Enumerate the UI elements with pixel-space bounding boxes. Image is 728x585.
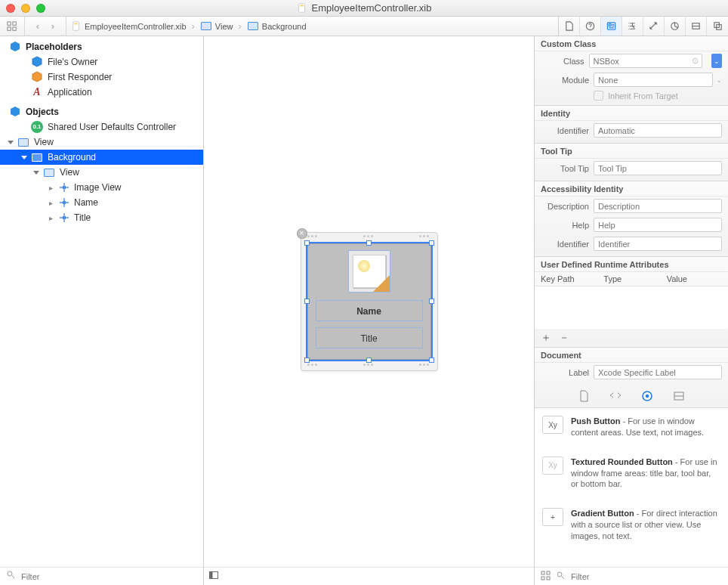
svg-rect-3 — [13, 21, 16, 24]
crumb-background-label: Background — [262, 22, 307, 31]
library-item-push-button[interactable]: Xy Push Button - For use in window conte… — [535, 408, 728, 449]
disclosure-triangle-icon[interactable]: ▸ — [47, 199, 54, 207]
crumb-separator-icon: › — [236, 20, 244, 32]
outline-filter-input[interactable] — [21, 572, 197, 581]
title-label[interactable]: Title — [316, 327, 423, 348]
inherit-label: Inherit From Target — [608, 91, 678, 101]
class-field[interactable] — [589, 54, 702, 68]
bindings-inspector-tab[interactable] — [686, 17, 707, 36]
application-icon: A — [31, 86, 43, 98]
class-dropdown-button[interactable]: ⌄ — [711, 54, 722, 68]
zoom-window-button[interactable] — [36, 4, 45, 13]
application-label: Application — [48, 87, 92, 98]
disclosure-triangle-icon[interactable]: ▸ — [47, 184, 54, 192]
background-nsbox[interactable]: Name Title — [307, 243, 431, 360]
constraint-icon — [59, 182, 69, 193]
effects-inspector-tab[interactable] — [707, 17, 728, 36]
media-library-tab[interactable] — [672, 389, 686, 403]
svg-rect-27 — [547, 577, 550, 580]
document-outline: Placeholders File's Owner First Responde… — [0, 36, 204, 585]
object-library[interactable]: Xy Push Button - For use in window conte… — [535, 408, 728, 567]
outline-first-responder[interactable]: First Responder — [0, 70, 203, 85]
toggle-outline-button[interactable] — [208, 570, 219, 583]
udra-section: User Defined Runtime Attributes Key Path… — [535, 257, 728, 348]
size-inspector-tab[interactable] — [643, 17, 665, 36]
filter-icon — [556, 571, 566, 583]
library-filter-input[interactable] — [571, 572, 722, 581]
library-item-textured-button[interactable]: Xy Textured Rounded Button - For use in … — [535, 449, 728, 501]
inspector-panel: Custom Class Class ⊙ ⌄ Module ⌄ Inherit … — [535, 36, 728, 585]
svg-rect-10 — [609, 24, 611, 26]
history-back-button[interactable]: ‹ — [31, 20, 45, 32]
outline-background[interactable]: Background — [0, 150, 203, 165]
acc-description-field[interactable] — [594, 199, 722, 213]
image-view[interactable] — [348, 250, 390, 292]
quickhelp-inspector-tab[interactable] — [580, 17, 601, 36]
chevron-down-icon[interactable]: ⌄ — [716, 76, 722, 84]
udra-table[interactable] — [535, 286, 728, 329]
acc-identifier-label: Identifier — [541, 240, 589, 249]
crumb-separator-icon: › — [190, 20, 197, 32]
minimize-window-button[interactable] — [21, 4, 30, 13]
file-template-tab[interactable] — [577, 389, 591, 403]
acc-help-field[interactable] — [594, 218, 722, 232]
inherit-checkbox[interactable] — [594, 91, 603, 101]
svg-rect-1 — [300, 5, 303, 6]
attributes-inspector-tab[interactable] — [622, 17, 643, 36]
outline-background-label: Background — [48, 152, 96, 162]
identifier-field[interactable] — [594, 123, 722, 138]
custom-class-title: Custom Class — [535, 36, 728, 51]
code-snippet-tab[interactable] — [609, 389, 622, 403]
connections-inspector-tab[interactable] — [665, 17, 686, 36]
udra-value-header[interactable]: Value — [667, 274, 722, 283]
inspector-tabs — [558, 17, 728, 36]
tooltip-field[interactable] — [594, 161, 722, 175]
outline-application[interactable]: A Application — [0, 85, 203, 100]
outline-name[interactable]: ▸ Name — [0, 195, 203, 210]
placeholders-label: Placeholders — [26, 42, 82, 52]
defaults-controller-icon: 0.1 — [31, 121, 43, 133]
outline-shared-defaults[interactable]: 0.1 Shared User Defaults Controller — [0, 119, 203, 135]
udra-keypath-header[interactable]: Key Path — [541, 274, 596, 283]
view-icon — [31, 151, 43, 163]
xib-document-icon — [71, 21, 82, 32]
disclosure-triangle-icon[interactable]: ▸ — [47, 214, 54, 222]
acc-description-label: Description — [541, 202, 589, 211]
outline-inner-view[interactable]: View — [0, 165, 203, 180]
name-label: Name — [74, 197, 98, 208]
acc-identifier-field[interactable] — [594, 237, 722, 251]
file-inspector-tab[interactable] — [559, 17, 580, 36]
history-forward-button[interactable]: › — [46, 20, 60, 32]
library-view-mode-button[interactable] — [541, 571, 551, 583]
outline-image-view[interactable]: ▸ Image View — [0, 180, 203, 195]
module-field[interactable] — [594, 73, 713, 87]
outline-files-owner[interactable]: File's Owner — [0, 54, 203, 70]
identity-inspector-tab[interactable] — [601, 17, 622, 36]
udra-type-header[interactable]: Type — [603, 274, 659, 283]
constraint-icon — [59, 212, 69, 223]
udra-title: User Defined Runtime Attributes — [535, 257, 728, 272]
library-item-gradient-button[interactable]: + Gradient Button - For direct interacti… — [535, 500, 728, 552]
canvas[interactable]: × Name Title — [204, 36, 535, 585]
remove-attribute-button[interactable]: － — [559, 331, 569, 343]
related-items[interactable] — [0, 17, 25, 36]
outline-view[interactable]: View — [0, 135, 203, 150]
crumb-background[interactable]: Background — [247, 20, 307, 32]
outline-title[interactable]: ▸ Title — [0, 210, 203, 225]
push-button-thumb: Xy — [542, 416, 563, 434]
disclosure-triangle-icon[interactable] — [33, 171, 39, 175]
disclosure-triangle-icon[interactable] — [8, 141, 14, 144]
svg-rect-7 — [74, 23, 77, 24]
crumb-view[interactable]: View — [200, 20, 233, 32]
class-label: Class — [541, 57, 585, 66]
collection-item-container[interactable]: × Name Title — [301, 232, 438, 371]
inner-view-label: View — [60, 167, 79, 178]
name-label[interactable]: Name — [316, 300, 423, 321]
add-attribute-button[interactable]: ＋ — [541, 331, 551, 343]
doc-label-field[interactable] — [594, 365, 722, 379]
close-icon[interactable]: × — [297, 228, 307, 239]
close-window-button[interactable] — [6, 4, 15, 13]
object-library-tab[interactable] — [640, 389, 654, 403]
crumb-file[interactable]: EmployeeItemController.xib — [71, 21, 187, 32]
disclosure-triangle-icon[interactable] — [21, 156, 27, 159]
